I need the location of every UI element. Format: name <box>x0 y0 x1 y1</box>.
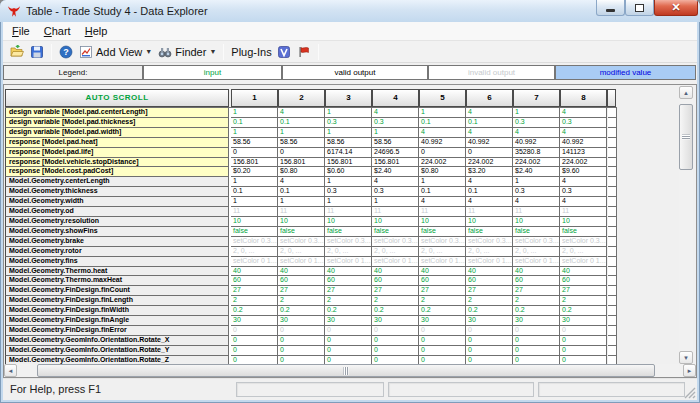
table-cell[interactable]: 60 <box>466 276 513 286</box>
table-cell[interactable]: 11 <box>278 207 325 217</box>
table-cell[interactable]: setColor 0 1... <box>419 257 466 267</box>
table-cell[interactable]: 27 <box>466 286 513 296</box>
row-label[interactable]: Model.Geometry.FinDesign.finWidth <box>5 306 229 316</box>
table-cell[interactable]: 156.801 <box>278 158 325 168</box>
table-cell[interactable]: 4 <box>466 128 513 138</box>
row-label[interactable]: response [Model.pad.heat] <box>5 138 229 148</box>
table-cell[interactable]: 27 <box>513 286 560 296</box>
table-cell[interactable]: 0 <box>231 148 278 158</box>
table-cell[interactable]: 10 <box>325 217 372 227</box>
column-header-6[interactable]: 6 <box>466 89 513 107</box>
help-button[interactable]: ? <box>56 43 76 61</box>
table-cell[interactable]: 156.801 <box>372 158 419 168</box>
row-label[interactable]: design variable [Model.pad.centerLength] <box>5 108 229 118</box>
table-cell[interactable]: $0.20 <box>231 167 278 177</box>
row-label[interactable]: Model.Geometry.Thermo.maxHeat <box>5 276 229 286</box>
table-cell[interactable]: 0.2 <box>466 306 513 316</box>
table-cell[interactable]: 60 <box>231 276 278 286</box>
table-cell[interactable]: 40 <box>278 267 325 277</box>
row-label[interactable]: response [Model.pad.life] <box>5 148 229 158</box>
table-cell[interactable]: 4 <box>278 177 325 187</box>
table-cell[interactable]: 0.2 <box>372 306 419 316</box>
table-cell[interactable]: 1 <box>513 177 560 187</box>
table-cell[interactable]: setColor 0.3... <box>560 237 607 247</box>
table-cell[interactable]: $0.80 <box>419 167 466 177</box>
table-cell[interactable]: 0 <box>513 326 560 336</box>
plugin-v-button[interactable] <box>274 43 294 61</box>
menu-item-chart[interactable]: Chart <box>37 23 78 39</box>
vertical-scrollbar[interactable]: ▲ ▼ <box>679 86 693 364</box>
table-cell[interactable]: 2 <box>278 296 325 306</box>
scroll-up-button[interactable]: ▲ <box>679 86 693 99</box>
table-cell[interactable]: 40 <box>231 267 278 277</box>
table-cell[interactable]: 1 <box>325 108 372 118</box>
table-cell[interactable]: 40 <box>513 267 560 277</box>
table-cell[interactable]: 10 <box>278 217 325 227</box>
resize-grip[interactable] <box>683 386 696 399</box>
table-cell[interactable]: 0.1 <box>231 118 278 128</box>
table-cell[interactable]: 11 <box>325 207 372 217</box>
table-cell[interactable]: 4 <box>419 128 466 138</box>
table-cell[interactable]: 30 <box>560 316 607 326</box>
table-cell[interactable]: 30 <box>419 316 466 326</box>
table-cell[interactable]: false <box>419 227 466 237</box>
table-cell[interactable]: 0 <box>513 346 560 356</box>
table-cell[interactable]: 40 <box>466 267 513 277</box>
table-cell[interactable]: 30 <box>513 316 560 326</box>
table-cell[interactable]: 0 <box>325 336 372 346</box>
horizontal-scrollbar-thumb[interactable] <box>37 364 655 377</box>
table-cell[interactable]: 0 <box>325 326 372 336</box>
table-cell[interactable]: 0 <box>372 346 419 356</box>
horizontal-scrollbar[interactable]: ◄ ► <box>4 364 696 377</box>
table-cell[interactable]: 60 <box>560 276 607 286</box>
table-cell[interactable]: 0 <box>325 346 372 356</box>
row-label[interactable]: Model.Geometry.FinDesign.finAngle <box>5 316 229 326</box>
close-button[interactable]: ✕ <box>654 0 698 16</box>
row-label[interactable]: response [Model.cost.padCost] <box>5 167 229 177</box>
table-cell[interactable]: 0.2 <box>419 306 466 316</box>
table-cell[interactable]: 1 <box>278 128 325 138</box>
table-cell[interactable]: setColor 0.3... <box>466 237 513 247</box>
table-cell[interactable]: $2.40 <box>513 167 560 177</box>
table-cell[interactable]: 40.992 <box>560 138 607 148</box>
table-cell[interactable]: 60 <box>372 276 419 286</box>
table-cell[interactable]: false <box>231 227 278 237</box>
table-cell[interactable]: 2 <box>560 296 607 306</box>
table-cell[interactable]: 0.3 <box>560 187 607 197</box>
save-button[interactable] <box>27 43 47 61</box>
table-cell[interactable]: 0.3 <box>325 187 372 197</box>
row-label[interactable]: Model.Geometry.GeomInfo.Orientation.Rota… <box>5 346 229 356</box>
open-button[interactable] <box>7 43 27 61</box>
table-cell[interactable]: 0.1 <box>466 118 513 128</box>
table-cell[interactable]: 30 <box>278 316 325 326</box>
table-cell[interactable]: 30 <box>231 316 278 326</box>
table-cell[interactable]: 40.992 <box>513 138 560 148</box>
table-cell[interactable]: 1 <box>278 197 325 207</box>
table-cell[interactable]: 58.56 <box>278 138 325 148</box>
table-cell[interactable]: 0 <box>231 326 278 336</box>
table-cell[interactable]: 141123 <box>560 148 607 158</box>
column-header-3[interactable]: 3 <box>325 89 372 107</box>
table-cell[interactable]: 58.56 <box>325 138 372 148</box>
table-cell[interactable]: setColor 0 1... <box>466 257 513 267</box>
table-cell[interactable]: 6174.14 <box>325 148 372 158</box>
table-cell[interactable]: 1 <box>325 128 372 138</box>
table-cell[interactable]: 27 <box>372 286 419 296</box>
table-cell[interactable]: 58.56 <box>231 138 278 148</box>
table-cell[interactable]: 27 <box>419 286 466 296</box>
maximize-button[interactable] <box>625 0 654 16</box>
vertical-scrollbar-thumb[interactable] <box>679 104 693 170</box>
table-cell[interactable]: 40 <box>372 267 419 277</box>
column-header-5[interactable]: 5 <box>419 89 466 107</box>
table-cell[interactable]: 224.002 <box>419 158 466 168</box>
column-header-4[interactable]: 4 <box>372 89 419 107</box>
table-cell[interactable]: 0.2 <box>513 306 560 316</box>
table-cell[interactable]: 0.2 <box>231 306 278 316</box>
table-cell[interactable]: 0 <box>278 148 325 158</box>
table-cell[interactable]: 1 <box>325 197 372 207</box>
table-cell[interactable]: 11 <box>372 207 419 217</box>
auto-scroll-header[interactable]: AUTO SCROLL <box>5 89 229 107</box>
table-cell[interactable]: 2, 0, ... <box>560 247 607 257</box>
table-cell[interactable]: 2, 0, ... <box>372 247 419 257</box>
table-cell[interactable]: 2, 0, ... <box>419 247 466 257</box>
